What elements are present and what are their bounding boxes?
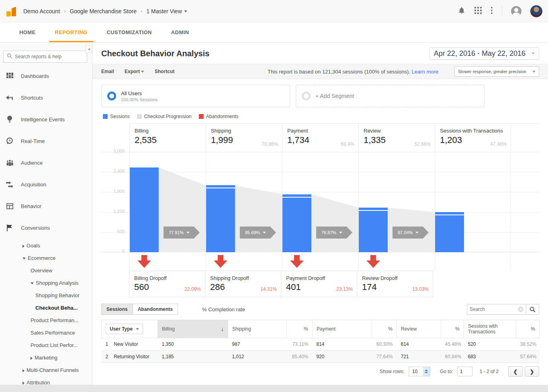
- next-page-button[interactable]: ❯: [525, 366, 539, 377]
- search-reports-input[interactable]: [15, 54, 84, 59]
- sidebar-item-dashboards[interactable]: Dashboards: [0, 65, 92, 87]
- apps-grid-icon[interactable]: [474, 7, 482, 16]
- sidebar-item-shopping-analysis[interactable]: Shopping Analysis: [0, 277, 92, 289]
- collapse-icon: [31, 282, 34, 284]
- progression-badge-payment-review[interactable]: 76.87%: [316, 227, 352, 239]
- table-search-input[interactable]: [470, 306, 518, 312]
- step-value: 2,535: [135, 135, 201, 145]
- column-header-review[interactable]: Review: [397, 320, 441, 338]
- tab-admin[interactable]: ADMIN: [162, 22, 199, 42]
- sidebar-item-shortcuts[interactable]: Shortcuts: [0, 87, 92, 108]
- tab-home[interactable]: HOME: [10, 22, 45, 42]
- progression-badge-shipping-payment[interactable]: 85.69%: [240, 227, 276, 239]
- sidebar-item-goals[interactable]: Goals: [0, 239, 92, 252]
- segment-all-users[interactable]: All Users 100.00% Sessions: [101, 85, 290, 107]
- sidebar-item-audience[interactable]: Audience: [0, 152, 92, 174]
- sessions-bar-payment[interactable]: [282, 194, 311, 253]
- learn-more-link[interactable]: Learn more: [412, 69, 438, 75]
- y-axis-tick: 1,800: [101, 189, 125, 194]
- sidebar-item-label: Conversions: [21, 225, 50, 231]
- row-label: Returning Visitor: [114, 354, 149, 359]
- sidebar-item-acquisition[interactable]: Acquisition: [0, 174, 92, 195]
- segment-detail: 100.00% Sessions: [121, 97, 157, 102]
- sampling-precision-dropdown[interactable]: Slower response, greater precision: [454, 66, 539, 77]
- tab-customization[interactable]: CUSTOMIZATION: [97, 22, 162, 42]
- y-axis-tick: 2,400: [101, 169, 125, 174]
- sidebar-item-multi-channel-funnels[interactable]: Multi-Channel Funnels: [0, 364, 92, 376]
- shortcut-button[interactable]: Shortcut: [155, 69, 174, 74]
- sessions-bar-review[interactable]: [359, 208, 388, 252]
- sessions-bar-transactions[interactable]: [435, 212, 464, 252]
- column-header-payment-pct[interactable]: %: [372, 320, 397, 338]
- user-type-dropdown[interactable]: User Type: [106, 324, 143, 334]
- progression-percent: 77.91%: [169, 230, 184, 235]
- sidebar-item-intelligence-events[interactable]: Intelligence Events: [0, 108, 92, 130]
- sidebar-collapse-button[interactable]: ◀: [86, 45, 92, 53]
- clock-bubble-icon: [6, 137, 14, 145]
- user-avatar[interactable]: [530, 5, 542, 17]
- sidebar-item-real-time[interactable]: Real-Time: [0, 130, 92, 152]
- show-rows-select[interactable]: 10: [409, 367, 430, 376]
- dropoff-percent: 13.03%: [412, 286, 429, 292]
- column-header-billing[interactable]: Billing↓: [158, 320, 228, 338]
- previous-page-button[interactable]: ❮: [508, 366, 523, 377]
- notifications-bell-icon[interactable]: [458, 6, 466, 16]
- column-header-transactions[interactable]: Sessions with Transactions: [464, 320, 516, 338]
- sidebar-item-product-performance[interactable]: Product Performan...: [0, 314, 92, 327]
- progression-badge-review-transactions[interactable]: 87.04%: [393, 227, 429, 239]
- toggle-abandonments[interactable]: Abandonments: [133, 304, 178, 315]
- sidebar-item-sales-performance[interactable]: Sales Performance: [0, 327, 92, 339]
- column-header-payment[interactable]: Payment: [313, 320, 372, 338]
- export-button[interactable]: Export: [125, 69, 144, 74]
- clear-search-icon[interactable]: ✕: [518, 306, 523, 312]
- breadcrumb-view-selector[interactable]: 1 Master View: [146, 8, 187, 14]
- column-header-review-pct[interactable]: %: [441, 320, 464, 338]
- date-range-picker[interactable]: Apr 22, 2016 - May 22, 2016: [429, 47, 539, 60]
- completion-rate-option[interactable]: % Completion rate: [202, 306, 245, 312]
- sidebar-item-attribution[interactable]: Attribution: [0, 376, 92, 385]
- account-circle-icon[interactable]: [511, 6, 521, 16]
- cell-transactions-pct: 38.52%: [516, 338, 540, 351]
- more-vertical-icon[interactable]: [491, 6, 493, 16]
- search-submit-button[interactable]: [526, 304, 539, 315]
- toggle-sessions[interactable]: Sessions: [101, 304, 133, 315]
- report-action-bar: Email Export Shortcut This report is bas…: [92, 64, 548, 79]
- table-search-box[interactable]: ✕: [467, 304, 526, 315]
- goto-page-input[interactable]: [457, 367, 472, 376]
- progression-badge-billing-shipping[interactable]: 77.91%: [164, 227, 200, 239]
- segment-name: All Users: [121, 90, 157, 96]
- sidebar-item-product-list-performance[interactable]: Product List Perfor...: [0, 339, 92, 351]
- legend-swatch-blue: [103, 114, 108, 119]
- sidebar-item-behavior[interactable]: Behavior: [0, 195, 92, 217]
- sidebar-item-checkout-behavior[interactable]: Checkout Beha...: [0, 302, 92, 314]
- column-header-shipping-pct[interactable]: %: [286, 320, 313, 338]
- sessions-bar-shipping[interactable]: [206, 185, 235, 252]
- email-button[interactable]: Email: [101, 69, 114, 74]
- dropoff-shipping: Shipping Dropoff 286 14.31%: [205, 271, 281, 297]
- sidebar-item-conversions[interactable]: Conversions: [0, 217, 92, 239]
- sidebar-item-marketing[interactable]: Marketing: [0, 351, 92, 364]
- step-percent: 78.86%: [262, 141, 278, 147]
- cell-payment-pct: 60.30%: [372, 338, 397, 351]
- sessions-bar-billing[interactable]: [130, 167, 159, 252]
- conversions-subtree: Goals Ecommerce Overview Shopping Analys…: [0, 239, 92, 385]
- funnel-step-headers: Billing 2,535 Shipping 1,999 78.86% Paym…: [101, 123, 539, 152]
- sidebar-item-shopping-behavior[interactable]: Shopping Behavior: [0, 289, 92, 302]
- tree-label: Sales Performance: [31, 330, 75, 336]
- column-header-transactions-pct[interactable]: %: [516, 320, 540, 338]
- cell-transactions: 520: [464, 338, 516, 351]
- breadcrumb-account[interactable]: Demo Account: [23, 8, 60, 14]
- legend-label: Abandonments: [206, 114, 239, 119]
- column-header-shipping[interactable]: Shipping: [228, 320, 286, 338]
- cell-shipping: 1,012: [228, 351, 286, 363]
- sidebar-item-ecommerce[interactable]: Ecommerce: [0, 252, 92, 264]
- dropoff-percent: 23.13%: [336, 286, 353, 292]
- expand-icon: [22, 369, 25, 372]
- add-segment-button[interactable]: + Add Segment: [296, 85, 485, 107]
- sidebar-search[interactable]: [3, 51, 87, 63]
- breadcrumb-property[interactable]: Google Merchandise Store: [70, 8, 137, 14]
- tab-reporting[interactable]: REPORTING: [45, 22, 97, 42]
- sidebar-item-overview[interactable]: Overview: [0, 264, 92, 277]
- cell-shipping-pct: 73.11%: [286, 338, 313, 351]
- table-row: 1New Visitor 1,350 987 73.11% 814 60.30%…: [102, 338, 540, 351]
